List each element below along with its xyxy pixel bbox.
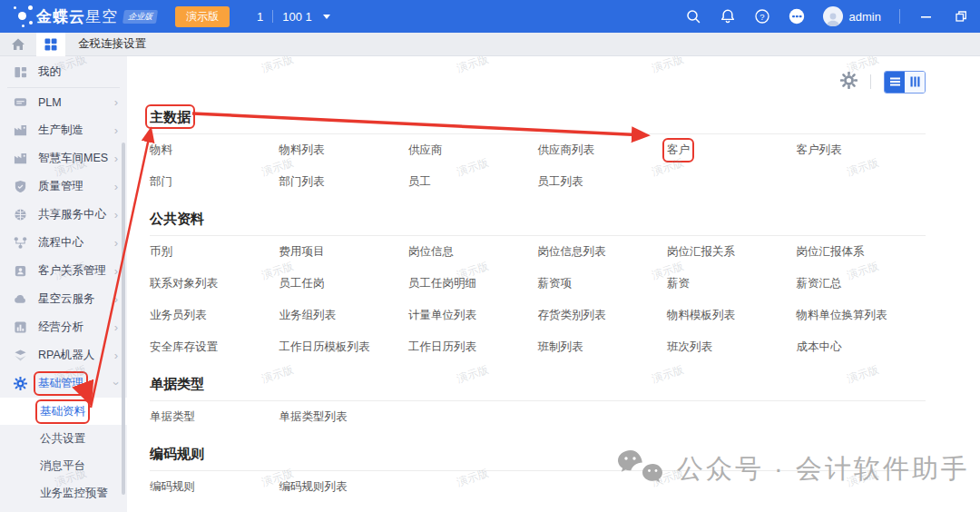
- robot-icon: [14, 349, 28, 363]
- kingdee-logo-icon: [5, 0, 36, 33]
- sidebar-item-rpa[interactable]: RPA机器人›: [0, 341, 127, 369]
- column-view-icon[interactable]: [905, 72, 925, 93]
- menu-link[interactable]: 成本中心: [797, 331, 926, 363]
- sidebar-item-plm[interactable]: PLM›: [0, 88, 127, 116]
- chevron-right-icon: ›: [114, 293, 118, 305]
- minimize-icon[interactable]: [918, 8, 935, 25]
- main-content: 主数据物料物料列表供应商供应商列表客户客户列表部门部门列表员工员工列表公共资料币…: [127, 56, 980, 512]
- menu-link[interactable]: 岗位汇报体系: [797, 236, 926, 268]
- menu-link[interactable]: 计量单位列表: [408, 300, 538, 331]
- section-title: 公共资料: [150, 209, 926, 229]
- menu-link[interactable]: 供应商: [408, 134, 538, 166]
- sidebar-item-label: 生产制造: [38, 123, 83, 138]
- section-bill-type: 单据类型单据类型单据类型列表: [150, 374, 926, 433]
- menu-link[interactable]: 岗位信息列表: [538, 236, 668, 268]
- menu-link[interactable]: 工作日历列表: [408, 331, 538, 363]
- menu-link[interactable]: 岗位信息: [408, 236, 538, 268]
- sidebar-subitem-label: 基础资料: [40, 404, 85, 419]
- sidebar-subitem-common-settings[interactable]: 公共设置: [0, 425, 127, 452]
- sidebar-item-label: 星空云服务: [38, 291, 95, 307]
- menu-link[interactable]: 编码规则列表: [279, 471, 409, 503]
- sidebar-subitem-business-monitor[interactable]: 业务监控预警: [0, 479, 127, 507]
- menu-link[interactable]: 客户: [667, 134, 797, 166]
- menu-link[interactable]: 供应商列表: [538, 134, 668, 166]
- user-menu[interactable]: admin: [823, 6, 881, 26]
- menu-link[interactable]: 员工: [408, 166, 538, 198]
- help-icon[interactable]: ?: [754, 8, 770, 25]
- menu-link[interactable]: 费用项目: [279, 236, 409, 268]
- list-view-icon[interactable]: [885, 72, 905, 93]
- menu-link[interactable]: 存货类别列表: [538, 300, 668, 331]
- tab-gold-tax-settings[interactable]: 金税连接设置: [78, 36, 146, 52]
- menu-link[interactable]: 物料模板列表: [667, 300, 797, 331]
- menu-link[interactable]: 业务员列表: [150, 300, 279, 331]
- org-count-left: 1: [257, 10, 263, 24]
- chevron-right-icon: ›: [114, 321, 118, 333]
- sidebar-item-basic-management[interactable]: 基础管理›: [0, 369, 127, 398]
- menu-link[interactable]: 联系对象列表: [150, 268, 279, 300]
- content-toolbar: [150, 56, 926, 96]
- bell-icon[interactable]: [720, 8, 736, 25]
- sidebar-scrollbar[interactable]: [122, 143, 125, 495]
- search-icon[interactable]: [685, 8, 701, 25]
- grid-menu-icon[interactable]: [36, 33, 65, 56]
- menu-link[interactable]: 业务组列表: [279, 300, 409, 331]
- sidebar-item-business-analysis[interactable]: 经营分析›: [0, 313, 127, 341]
- menu-link[interactable]: 部门: [150, 166, 279, 198]
- menu-link[interactable]: 物料单位换算列表: [797, 300, 926, 331]
- chevron-right-icon: ›: [114, 350, 118, 361]
- sidebar-item-mes[interactable]: 智慧车间MES›: [0, 144, 127, 172]
- menu-link[interactable]: 部门列表: [279, 166, 409, 198]
- menu-link[interactable]: 班次列表: [667, 331, 797, 363]
- menu-link[interactable]: 班制列表: [538, 331, 668, 363]
- sidebar-item-cloud-service[interactable]: 星空云服务›: [0, 285, 127, 313]
- view-toggle[interactable]: [884, 71, 926, 94]
- settings-gear-icon[interactable]: [840, 72, 858, 93]
- menu-link[interactable]: 编码规则: [150, 471, 279, 503]
- sidebar-item-shared-service[interactable]: 共享服务中心›: [0, 201, 127, 229]
- dashboard-icon: [14, 64, 28, 79]
- menu-link[interactable]: 单据类型列表: [279, 401, 409, 433]
- sidebar-subitem-message-platform[interactable]: 消息平台: [0, 452, 127, 479]
- sidebar-item-label: 我的: [38, 64, 61, 80]
- circle-dash-icon[interactable]: [789, 8, 805, 25]
- sidebar-item-my[interactable]: 我的: [0, 56, 127, 87]
- app-title: 金蝶云星空: [36, 6, 118, 27]
- home-icon[interactable]: [0, 37, 36, 51]
- sidebar-item-crm[interactable]: 客户关系管理›: [0, 257, 127, 285]
- menu-link[interactable]: 员工列表: [538, 166, 668, 198]
- menu-link[interactable]: 单据类型: [150, 401, 279, 433]
- chevron-down-icon: [323, 15, 330, 19]
- chevron-right-icon: ›: [114, 209, 118, 221]
- org-count-right: 100 1: [282, 10, 312, 24]
- sidebar-subitem-label: 公共设置: [40, 431, 85, 447]
- section-common-data: 公共资料币别费用项目岗位信息岗位信息列表岗位汇报关系岗位汇报体系联系对象列表员工…: [150, 209, 926, 363]
- gear-icon: [14, 377, 28, 391]
- menu-link[interactable]: 员工任岗明细: [408, 268, 538, 300]
- sidebar-item-manufacturing[interactable]: 生产制造›: [0, 116, 127, 144]
- menu-link[interactable]: 物料列表: [279, 134, 409, 166]
- org-selector[interactable]: 1 100 1: [257, 10, 330, 24]
- sidebar-subitem-label: 业务监控预警: [40, 486, 108, 501]
- app-window: 金蝶云星空 企业版 演示版 1 100 1 ?: [0, 0, 980, 512]
- menu-link[interactable]: 薪资: [667, 268, 797, 300]
- menu-link[interactable]: 薪资项: [538, 268, 668, 300]
- menu-link[interactable]: 薪资汇总: [797, 268, 926, 300]
- menu-link[interactable]: 安全库存设置: [150, 331, 279, 363]
- restore-icon[interactable]: [953, 8, 969, 25]
- chevron-right-icon: ›: [114, 181, 118, 192]
- sidebar-item-quality[interactable]: 质量管理›: [0, 172, 127, 201]
- menu-link[interactable]: 客户列表: [797, 134, 926, 166]
- sidebar-subitem-label: 消息平台: [40, 458, 85, 474]
- section-title: 编码规则: [150, 444, 926, 464]
- sidebar-subitem-basic-data[interactable]: 基础资料: [0, 398, 127, 425]
- menu-link[interactable]: 员工任岗: [279, 268, 409, 300]
- chevron-right-icon: ›: [114, 265, 118, 277]
- avatar: [823, 6, 843, 26]
- menu-link[interactable]: 币别: [150, 236, 279, 268]
- sidebar-item-workflow[interactable]: 流程中心›: [0, 229, 127, 257]
- menu-link[interactable]: 物料: [150, 134, 279, 166]
- menu-link[interactable]: 工作日历模板列表: [279, 331, 409, 363]
- menu-link[interactable]: 岗位汇报关系: [667, 236, 797, 268]
- sidebar-item-label: 经营分析: [38, 320, 83, 335]
